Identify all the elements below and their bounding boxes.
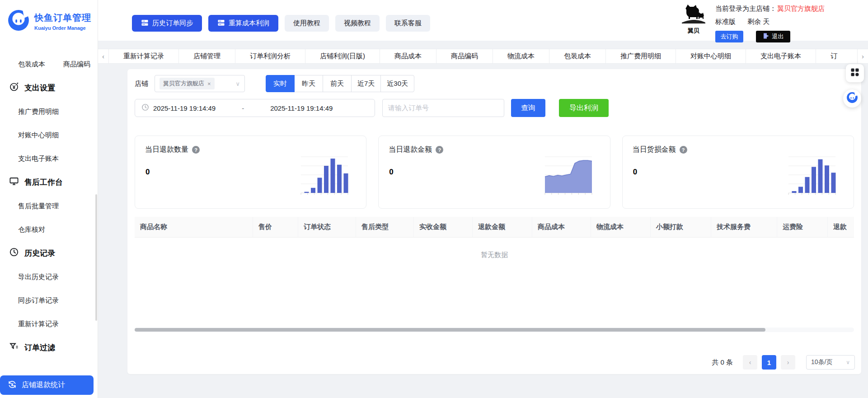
app-logo-icon — [7, 9, 30, 33]
assistant-float-button[interactable] — [843, 89, 861, 108]
column-header-10: 运费险 — [777, 217, 828, 237]
sidebar-item-label: 导出历史记录 — [18, 273, 59, 281]
sidebar-item-sync-order-record[interactable]: 同步订单记录 — [0, 289, 98, 312]
sidebar-item-reconciliation-detail[interactable]: 对账中心明细 — [0, 123, 98, 147]
sidebar-item-aftersales-batch[interactable]: 售后批量管理 — [0, 194, 98, 218]
tab-4[interactable]: 商品成本 — [380, 49, 436, 63]
current-page-button[interactable]: 1 — [762, 355, 776, 370]
login-line1: 当前登录为主店铺：翼贝官方旗舰店 — [715, 5, 825, 13]
sidebar-menu: 包装成本商品编码支出设置推广费用明细对账中心明细支出电子账本售后工作台售后批量管… — [0, 52, 98, 360]
help-question-icon[interactable]: ? — [436, 146, 443, 154]
tab-9[interactable]: 对账中心明细 — [676, 49, 746, 63]
tabs-container: 重新计算记录店铺管理订单利润分析店铺利润(日版)商品成本商品编码物流成本包装成本… — [109, 49, 857, 63]
tabs-scroll-left-button[interactable]: ‹ — [98, 49, 109, 63]
range-option-3[interactable]: 近7天 — [351, 75, 381, 92]
export-profit-button[interactable]: 导出利润 — [559, 99, 609, 117]
column-header-11: 退款 — [828, 217, 854, 237]
column-header-5: 退款金额 — [473, 217, 532, 237]
login-info: 当前登录为主店铺：翼贝官方旗舰店 标准版 剩余 天 去订购 退出 — [715, 5, 825, 42]
tab-5[interactable]: 商品编码 — [436, 49, 493, 63]
range-option-0[interactable]: 实时 — [266, 75, 295, 92]
sidebar-item-expense-ledger[interactable]: 支出电子账本 — [0, 147, 98, 170]
horizontal-scrollbar-thumb[interactable] — [135, 328, 765, 332]
logout-label: 退出 — [772, 33, 784, 41]
header-button-label: 历史订单同步 — [152, 19, 193, 28]
sidebar-section-label: 支出设置 — [24, 83, 55, 93]
prev-page-button[interactable]: ‹ — [743, 355, 757, 370]
sidebar-item-label: 支出电子账本 — [18, 155, 59, 163]
sidebar-section-history[interactable]: 历史记录 — [0, 241, 98, 265]
sidebar-item-label: 重新计算记录 — [18, 320, 59, 328]
tab-1[interactable]: 店铺管理 — [179, 49, 235, 63]
next-page-button[interactable]: › — [781, 355, 795, 370]
sidebar-item-product-code[interactable]: 商品编码 — [63, 60, 90, 69]
tab-2[interactable]: 订单利润分析 — [235, 49, 305, 63]
pagination-total: 共 0 条 — [712, 358, 733, 367]
sidebar-section-order-filter[interactable]: 订单过滤 — [0, 336, 98, 360]
table-header-row: 商品名称售价订单状态售后类型实收金额退款金额商品成本物流成本小额打款技术服务费运… — [135, 217, 854, 238]
exit-door-icon — [763, 33, 769, 41]
tab-8[interactable]: 推广费用明细 — [606, 49, 676, 63]
sidebar-section-aftersales-workbench[interactable]: 售后工作台 — [0, 170, 98, 194]
sidebar-item-recalc-record[interactable]: 重新计算记录 — [0, 312, 98, 336]
sidebar-item-label: 对账中心明细 — [18, 131, 59, 140]
contact-support-button[interactable]: 联系客服 — [386, 15, 430, 32]
column-header-9: 技术服务费 — [711, 217, 777, 237]
video-tutorial-button[interactable]: 视频教程 — [335, 15, 380, 32]
card-value: 0 — [389, 168, 393, 177]
logout-button[interactable]: 退出 — [756, 31, 790, 42]
tab-3[interactable]: 店铺利润(日版) — [305, 49, 380, 63]
usage-tutorial-button[interactable]: 使用教程 — [285, 15, 329, 32]
server-icon — [217, 19, 225, 28]
order-number-input[interactable]: 请输入订单号 — [382, 99, 504, 117]
recalc-cost-profit-button[interactable]: 重算成本利润 — [208, 15, 278, 32]
tab-7[interactable]: 包装成本 — [549, 49, 606, 63]
range-option-2[interactable]: 前天 — [323, 75, 352, 92]
column-header-1: 售价 — [253, 217, 298, 237]
sidebar-item-export-history[interactable]: 导出历史记录 — [0, 265, 98, 289]
sidebar-section-expense-settings[interactable]: 支出设置 — [0, 76, 98, 100]
column-header-6: 商品成本 — [532, 217, 591, 237]
yen-circle-icon — [9, 82, 19, 94]
page-size-select[interactable]: 10条/页 ∨ — [806, 355, 855, 370]
subscribe-button[interactable]: 去订购 — [715, 31, 743, 42]
sync-history-orders-button[interactable]: 历史订单同步 — [132, 15, 202, 32]
help-question-icon[interactable]: ? — [680, 146, 687, 154]
tag-close-icon[interactable]: × — [207, 81, 211, 87]
sidebar-scrollbar[interactable] — [95, 194, 97, 321]
tab-11[interactable]: 订 — [816, 49, 857, 63]
query-button[interactable]: 查询 — [511, 99, 545, 117]
card-today-refund-count: 当日退款数量?0 — [135, 136, 366, 209]
sidebar-section-label: 售后工作台 — [24, 177, 63, 187]
tab-10[interactable]: 支出电子账本 — [746, 49, 816, 63]
sidebar-item-packing-cost[interactable]: 包装成本 — [18, 60, 45, 69]
sidebar-item-label: 售后批量管理 — [18, 202, 59, 211]
shop-select[interactable]: 翼贝官方旗舰店 × ∨ — [155, 75, 245, 92]
tabs-scroll-right-button[interactable]: › — [857, 49, 868, 63]
plan-label: 标准版 — [715, 18, 736, 25]
help-question-icon[interactable]: ? — [192, 146, 200, 154]
shop-tag-label: 翼贝官方旗舰店 — [163, 80, 204, 88]
sidebar-item-warehouse-check[interactable]: 仓库核对 — [0, 218, 98, 241]
sidebar: 快鱼订单管理 Kuaiyu Order Manage 包装成本商品编码支出设置推… — [0, 0, 98, 398]
range-option-4[interactable]: 近30天 — [380, 75, 414, 92]
top-header: 历史订单同步重算成本利润使用教程视频教程联系客服 翼贝 当前登录为主店铺：翼贝官… — [98, 0, 868, 41]
sidebar-item-promotion-fee-detail[interactable]: 推广费用明细 — [0, 100, 98, 123]
quick-apps-float-button[interactable] — [846, 64, 864, 82]
monitor-icon — [9, 176, 19, 188]
server-icon — [141, 19, 149, 28]
brand-name: 翼贝 — [680, 27, 707, 35]
card-title: 当日退款数量? — [145, 145, 200, 155]
datetime-range-picker[interactable]: 2025-11-19 19:14:49 - 2025-11-19 19:14:4… — [135, 99, 375, 117]
date-start-value: 2025-11-19 19:14:49 — [153, 104, 216, 112]
tab-6[interactable]: 物流成本 — [493, 49, 549, 63]
app-title: 快鱼订单管理 — [34, 12, 91, 24]
sidebar-item-label: 同步订单记录 — [18, 296, 59, 305]
tab-0[interactable]: 重新计算记录 — [109, 49, 179, 63]
range-option-1[interactable]: 昨天 — [294, 75, 323, 92]
brand-dog-logo-icon — [681, 18, 706, 26]
header-button-label: 联系客服 — [394, 19, 422, 28]
card-title-label: 当日退款数量 — [145, 145, 188, 155]
sidebar-item-shop-refund-stats[interactable]: 店铺退款统计 — [0, 375, 94, 395]
mini-area-chart — [540, 150, 595, 199]
